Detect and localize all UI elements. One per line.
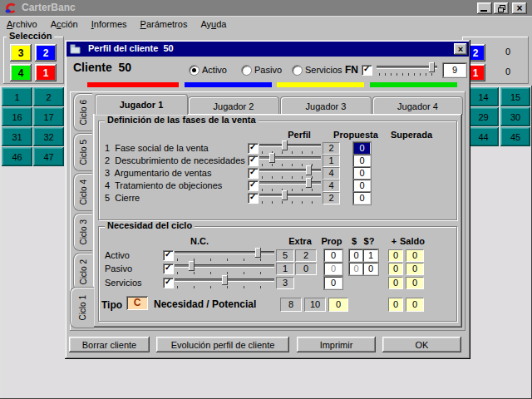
- nc-value: 3: [276, 277, 294, 289]
- necesidad-slider[interactable]: [175, 261, 274, 274]
- fase-slider[interactable]: [259, 165, 321, 179]
- selection-button-3[interactable]: 3: [10, 44, 32, 62]
- client-button[interactable]: 31: [2, 127, 32, 146]
- dialog-title: Perfil del cliente 50: [88, 43, 174, 53]
- perfil-value: 2: [323, 142, 340, 155]
- plus-value: 0: [388, 249, 403, 262]
- client-button[interactable]: 45: [500, 127, 530, 146]
- selection-button-4[interactable]: 4: [10, 64, 32, 81]
- client-button[interactable]: 46: [2, 147, 32, 166]
- menu-ayuda[interactable]: Ayuda: [194, 17, 233, 31]
- dollar-value[interactable]: 0: [349, 249, 363, 262]
- fn-slider[interactable]: [377, 62, 437, 76]
- client-button[interactable]: 1: [2, 87, 32, 106]
- necesidad-row-label: Activo: [105, 250, 130, 260]
- tab-jugador-3[interactable]: Jugador 3: [280, 96, 372, 115]
- client-button[interactable]: 17: [33, 107, 64, 126]
- restore-button[interactable]: [494, 2, 509, 14]
- selection-button-1[interactable]: 1: [35, 64, 57, 81]
- radio-pasivo[interactable]: [241, 65, 252, 76]
- evolucion-perfil-button[interactable]: Evolución perfil de cliente: [156, 337, 289, 352]
- menu-informes[interactable]: Informes: [85, 17, 134, 31]
- dialog-close-button[interactable]: ×: [454, 43, 467, 55]
- propuesta-value[interactable]: 0: [353, 180, 371, 192]
- close-icon: ×: [516, 2, 522, 14]
- client-button[interactable]: 15: [500, 87, 530, 106]
- perfil-value: 1: [323, 155, 340, 167]
- propuesta-value[interactable]: 0: [353, 192, 371, 204]
- client-button[interactable]: 14: [468, 87, 499, 106]
- fn-checkbox[interactable]: ✓: [362, 65, 372, 76]
- client-profile-dialog: Perfil del cliente 50 × Cliente 50 Activ…: [65, 40, 470, 359]
- necesidad-checkbox[interactable]: ✓: [163, 264, 174, 274]
- fase-slider[interactable]: [259, 190, 321, 204]
- prop-value[interactable]: 0: [324, 263, 342, 275]
- app-window: CarterBanc × Archivo Acción Informes Par…: [0, 0, 532, 399]
- dollar-value[interactable]: 0: [349, 263, 363, 275]
- client-button[interactable]: 16: [2, 107, 32, 126]
- tab-jugador-4[interactable]: Jugador 4: [372, 96, 463, 115]
- dollarq-value[interactable]: 0: [363, 263, 378, 275]
- col-header-prop: Prop: [315, 236, 348, 246]
- tab-ciclo-4[interactable]: Ciclo 4: [73, 173, 92, 211]
- fase-row-label: 2 Descubrimiento de necesidades: [105, 155, 245, 165]
- fase-slider[interactable]: [259, 153, 321, 166]
- fase-checkbox[interactable]: ✓: [248, 143, 259, 154]
- necesidad-row-label: Servicios: [105, 278, 142, 288]
- client-button[interactable]: 29: [468, 107, 499, 126]
- prop-value[interactable]: 0: [324, 249, 342, 262]
- fase-slider[interactable]: [259, 178, 321, 191]
- client-button[interactable]: 44: [468, 127, 499, 146]
- client-button[interactable]: 30: [500, 107, 530, 126]
- col-header-perfil: Perfil: [283, 130, 316, 140]
- minimize-icon: [480, 10, 487, 12]
- fn-value[interactable]: 9: [443, 63, 466, 77]
- borrar-cliente-button[interactable]: Borrar cliente: [69, 337, 150, 352]
- propuesta-value[interactable]: 0: [353, 167, 371, 180]
- saldo-value: 0: [406, 263, 424, 275]
- necesidad-checkbox[interactable]: ✓: [163, 278, 174, 288]
- minimize-button[interactable]: [477, 2, 492, 14]
- necesidad-checkbox[interactable]: ✓: [163, 250, 174, 261]
- prop-value[interactable]: 0: [324, 277, 342, 289]
- fase-checkbox[interactable]: ✓: [248, 180, 259, 191]
- tab-jugador-1[interactable]: Jugador 1: [95, 94, 188, 115]
- color-bar-blue: [185, 82, 272, 87]
- fase-checkbox[interactable]: ✓: [248, 193, 259, 204]
- close-button[interactable]: ×: [512, 2, 527, 14]
- menu-archivo[interactable]: Archivo: [0, 17, 44, 31]
- dollarq-value[interactable]: 1: [363, 249, 378, 262]
- fase-row-label: 4 Tratamiento de objeciones: [105, 180, 222, 190]
- propuesta-value[interactable]: 0: [353, 155, 371, 167]
- fase-slider[interactable]: [259, 140, 321, 154]
- tab-ciclo-3[interactable]: Ciclo 3: [73, 213, 92, 251]
- selection-button-2[interactable]: 2: [35, 44, 57, 62]
- tab-ciclo-1[interactable]: Ciclo 1: [70, 287, 94, 328]
- menu-accion[interactable]: Acción: [44, 17, 85, 31]
- imprimir-button[interactable]: Imprimir: [297, 337, 376, 352]
- client-button[interactable]: 47: [33, 147, 64, 166]
- propuesta-value[interactable]: 0: [353, 142, 371, 155]
- col-header-propuesta: Propuesta: [331, 130, 381, 140]
- radio-activo[interactable]: [189, 65, 200, 76]
- tab-jugador-2[interactable]: Jugador 2: [188, 96, 279, 115]
- fase-row-label: 5 Cierre: [105, 193, 140, 203]
- necesidad-slider[interactable]: [175, 275, 274, 288]
- client-button[interactable]: 32: [33, 127, 64, 146]
- tab-ciclo-6[interactable]: Ciclo 6: [73, 93, 92, 131]
- tab-ciclo-5[interactable]: Ciclo 5: [73, 133, 92, 171]
- radio-servicios[interactable]: [292, 65, 303, 76]
- necesidad-total: 8: [280, 298, 302, 312]
- extra-value: 0: [295, 263, 317, 275]
- necesidad-slider[interactable]: [175, 248, 274, 261]
- client-button[interactable]: 2: [33, 87, 64, 106]
- fase-checkbox[interactable]: ✓: [248, 155, 259, 166]
- tab-ciclo-2[interactable]: Ciclo 2: [73, 253, 92, 291]
- saldo-total: 0: [406, 298, 424, 312]
- saldo-value: 0: [406, 249, 424, 262]
- fase-checkbox[interactable]: ✓: [248, 168, 259, 179]
- menu-parametros[interactable]: Parámetros: [134, 17, 195, 31]
- necesidad-group-title: Necesidad del ciclo: [105, 221, 195, 230]
- plus-value: 0: [388, 277, 403, 289]
- ok-button[interactable]: OK: [382, 337, 461, 352]
